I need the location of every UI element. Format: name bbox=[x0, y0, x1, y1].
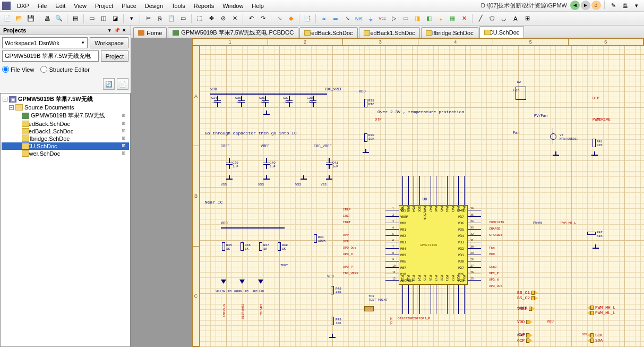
rubber-icon[interactable]: ▭ bbox=[178, 13, 188, 24]
select-icon[interactable]: ⬚ bbox=[194, 13, 205, 24]
resistor[interactable] bbox=[364, 99, 367, 107]
resistor[interactable] bbox=[278, 242, 281, 251]
save-icon[interactable]: 💾 bbox=[25, 13, 36, 24]
port-OCP[interactable]: OCP bbox=[517, 338, 533, 343]
menu-window[interactable]: Window bbox=[218, 2, 247, 10]
deselect-icon[interactable]: ⊘ bbox=[218, 13, 228, 24]
arc-icon[interactable]: ◡ bbox=[499, 13, 509, 24]
print-icon[interactable]: 🖶 bbox=[620, 1, 630, 11]
menu-file[interactable]: File bbox=[33, 2, 51, 10]
file-view-radio[interactable]: File View bbox=[2, 66, 34, 73]
menu-reports[interactable]: Reports bbox=[190, 2, 219, 10]
project-tree[interactable]: − ▣ GPMW5019B 苹果7.5W无线 − Source Document… bbox=[0, 93, 131, 347]
testpoint[interactable] bbox=[364, 306, 374, 311]
tree-folder[interactable]: − Source Documents bbox=[2, 104, 129, 111]
device-sheet-icon[interactable]: ◧ bbox=[424, 13, 434, 24]
vcc-icon[interactable]: Vcc bbox=[377, 13, 388, 24]
paste-icon[interactable]: 📋 bbox=[166, 13, 177, 24]
project-button[interactable]: Project bbox=[101, 50, 128, 62]
zoom-fit-icon[interactable]: ▭ bbox=[87, 13, 97, 24]
nav-back-icon[interactable]: ◄ bbox=[570, 1, 580, 10]
move-icon[interactable]: ✥ bbox=[206, 13, 217, 24]
workspace-combo[interactable]: Workspace1.DsnWrk▼ bbox=[2, 37, 88, 48]
capacitor[interactable] bbox=[326, 160, 332, 167]
refresh-icon[interactable]: 🔄 bbox=[103, 78, 115, 90]
panel-dropdown-icon[interactable]: ▾ bbox=[106, 27, 113, 33]
resistor[interactable] bbox=[241, 242, 244, 251]
tree-doc-halfbridge-SchDoc[interactable]: halfbridge.SchDoc🗎 bbox=[2, 135, 129, 142]
menu-dxp[interactable]: DXP bbox=[13, 2, 33, 10]
port-PWM_ML_L[interactable]: PWM_ML_L bbox=[587, 310, 615, 315]
port-SCK[interactable]: SCK bbox=[587, 333, 603, 337]
resistor[interactable] bbox=[587, 232, 596, 235]
pencil-icon[interactable]: ✎ bbox=[608, 1, 619, 11]
array-icon[interactable]: ⊞ bbox=[522, 13, 533, 24]
nav-fwd-icon[interactable]: ► bbox=[581, 1, 590, 10]
no-erc-icon[interactable]: ✕ bbox=[459, 13, 469, 24]
port-VDD[interactable]: VDD bbox=[517, 319, 533, 324]
tab-FeedBack1-SchDoc[interactable]: FeedBack1.SchDoc bbox=[359, 27, 420, 38]
diode-block[interactable] bbox=[516, 87, 526, 100]
redo-icon[interactable]: ↷ bbox=[257, 13, 268, 24]
collapse-icon[interactable]: − bbox=[3, 97, 7, 101]
part-icon[interactable]: ▷ bbox=[389, 13, 399, 24]
zoom-area-icon[interactable]: ◫ bbox=[98, 13, 109, 24]
cut-icon[interactable]: ✂ bbox=[143, 13, 153, 24]
menu-edit[interactable]: Edit bbox=[51, 2, 70, 10]
cross-probe-icon[interactable]: ↘ bbox=[274, 13, 285, 24]
port-icon[interactable]: ⬥ bbox=[435, 13, 446, 24]
print-icon[interactable]: 🖶 bbox=[42, 13, 53, 24]
browse-icon[interactable]: 📑 bbox=[302, 13, 313, 24]
port-BS_C1[interactable]: BS_C1 bbox=[517, 290, 538, 295]
menu-help[interactable]: Help bbox=[247, 2, 268, 10]
resistor[interactable] bbox=[259, 242, 262, 251]
workspace-button[interactable]: Workspace bbox=[90, 37, 128, 48]
tree-doc-GPMW5019B-7-5W-[interactable]: GPMW5019B 苹果7.5W无线🗎 bbox=[2, 111, 129, 120]
menu-view[interactable]: View bbox=[70, 2, 91, 10]
port-PWM_MH_L[interactable]: PWM_MH_L bbox=[587, 305, 615, 310]
transistor[interactable] bbox=[550, 133, 556, 140]
resistor[interactable] bbox=[593, 139, 596, 147]
hierarchy-icon[interactable]: ▤ bbox=[70, 13, 81, 24]
bus-icon[interactable]: ═ bbox=[330, 13, 341, 24]
resistor[interactable] bbox=[331, 286, 334, 294]
copy-icon[interactable]: ⎘ bbox=[154, 13, 165, 24]
resistor[interactable] bbox=[222, 242, 225, 251]
text-icon[interactable]: A bbox=[510, 13, 521, 24]
zoom-sel-icon[interactable]: ◪ bbox=[110, 13, 121, 24]
menu-place[interactable]: Place bbox=[117, 2, 141, 10]
port-BS_C2[interactable]: BS_C2 bbox=[517, 295, 538, 300]
tab-halfbridge-SchDoc[interactable]: halfbridge.SchDoc bbox=[421, 27, 478, 38]
tab-GPMW5019B-7-5W-PCBDOC[interactable]: GPMW5019B 苹果7.5W无线充电.PCBDOC bbox=[168, 27, 298, 38]
undo-icon[interactable]: ↶ bbox=[246, 13, 256, 24]
menu-design[interactable]: Design bbox=[141, 2, 167, 10]
structure-editor-radio[interactable]: Structure Editor bbox=[40, 66, 89, 73]
clear-icon[interactable]: ✕ bbox=[229, 13, 240, 24]
panel-pin-icon[interactable]: 📌 bbox=[114, 27, 120, 33]
tree-root[interactable]: − ▣ GPMW5019B 苹果7.5W无线 bbox=[2, 95, 129, 104]
open-icon[interactable]: 📂 bbox=[14, 13, 24, 24]
project-combo[interactable]: GPMW5019B 苹果7.5W无线充电 bbox=[2, 50, 99, 62]
resistor[interactable] bbox=[331, 317, 334, 325]
tab-MCU-SchDoc[interactable]: MCU.SchDoc bbox=[479, 26, 525, 38]
tree-doc-MCU-SchDoc[interactable]: MCU.SchDoc🗎 bbox=[2, 142, 129, 150]
wire-icon[interactable]: ≈ bbox=[319, 13, 329, 24]
menu-project[interactable]: Project bbox=[91, 2, 117, 10]
xref-icon[interactable]: ◆ bbox=[286, 13, 296, 24]
bus-entry-icon[interactable]: ↘ bbox=[342, 13, 353, 24]
schematic-canvas[interactable]: 123456 ABC Over 2.3V , temperature prote… bbox=[131, 38, 644, 347]
menu-tools[interactable]: Tools bbox=[167, 2, 190, 10]
schematic-sheet[interactable]: Over 2.3V , temperature protectionGo thr… bbox=[200, 46, 644, 347]
tree-doc-FeedBack1-SchDoc[interactable]: FeedBack1.SchDoc🗎 bbox=[2, 128, 129, 135]
sheet-entry-icon[interactable]: ◨ bbox=[412, 13, 423, 24]
report-icon[interactable]: 📄 bbox=[117, 78, 128, 90]
new-icon[interactable]: 📄 bbox=[2, 13, 13, 24]
tree-doc-FeedBack-SchDoc[interactable]: FeedBack.SchDoc🗎 bbox=[2, 120, 129, 128]
collapse-icon[interactable]: − bbox=[9, 105, 14, 110]
led[interactable] bbox=[258, 280, 263, 284]
port-SDA[interactable]: SDA bbox=[587, 338, 603, 343]
resistor[interactable] bbox=[364, 133, 367, 142]
tab-Home[interactable]: Home bbox=[133, 27, 167, 38]
sheet-symbol-icon[interactable]: ▭ bbox=[400, 13, 411, 24]
harness-icon[interactable]: ▦ bbox=[447, 13, 458, 24]
